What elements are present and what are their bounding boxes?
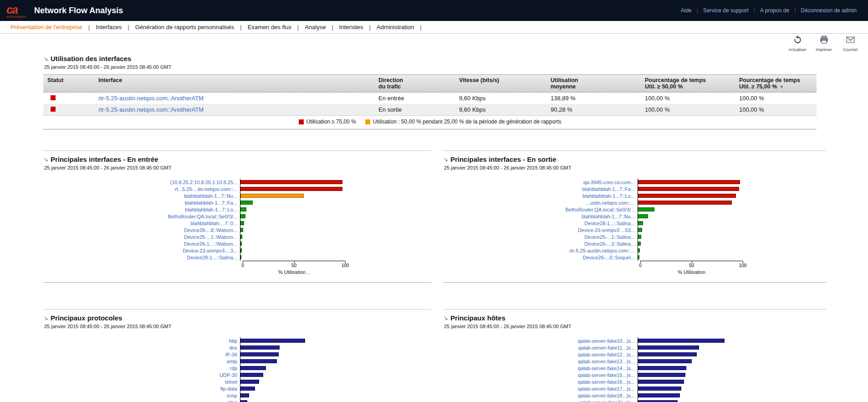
nav-item[interactable]: Présentation de l'entreprise [5, 24, 88, 31]
axis-tick-label: 0 [639, 263, 642, 268]
header-link[interactable]: Aide [676, 7, 697, 14]
chart-bar-label[interactable]: qalab-server-fake14...)s... [526, 366, 638, 371]
chart-bar-label[interactable]: icmp [128, 393, 240, 398]
chart-bar-label[interactable]: Device28-...8::Watson... [128, 227, 240, 233]
chart-bar-row: Device26-...3::Salina... [526, 240, 744, 247]
column-header[interactable]: Interface [94, 75, 374, 93]
chart-bar [240, 380, 259, 384]
header-link[interactable]: A propos de [755, 7, 794, 14]
print-button[interactable]: Imprimer [812, 36, 835, 52]
chart-bar [240, 194, 304, 198]
chart-bar-label[interactable]: ldap [128, 400, 240, 402]
chart-bar-row: rt...5.25-...tin.netqos.com::... [128, 186, 346, 192]
interface-link[interactable]: rtr-5.25-austin.netqos.com::AnotherATM [98, 106, 204, 113]
nav-item[interactable]: Analyse [299, 24, 332, 31]
report-toolbar: Actualiser Imprimer Courriel [786, 36, 862, 52]
chart-bar-label[interactable]: ftp-data [128, 386, 240, 392]
chart-bar-row: Device28-1...::Salina... [128, 254, 346, 261]
chart-bar-label[interactable]: qalab-server-fake12...)s... [526, 352, 638, 357]
chart-bar-label[interactable]: qalab-server-fake11...)s... [526, 345, 638, 350]
email-button[interactable]: Courriel [839, 36, 862, 52]
chart-bar-label[interactable]: qalab-server-fake15...)s... [526, 372, 638, 378]
chart-bar-label[interactable]: blahblahblah-1...7::Lo... [128, 207, 240, 212]
column-header[interactable]: Pourcentage de temps Util. ≥ 50,00 % [641, 75, 735, 93]
chart-bar-row: BethsRouter.QA.local::Se0/3/... [526, 206, 744, 213]
chart-bar-track [240, 385, 342, 392]
chart-bar-label[interactable]: dns [128, 345, 240, 350]
chart-bar-label[interactable]: telnet [128, 379, 240, 385]
chart-bar-label[interactable]: Device-23-snmpv3 ...53... [526, 227, 638, 233]
chart-bar-label[interactable]: Device-23-snmpv3-...3... [128, 248, 240, 253]
chart-bar-label[interactable]: qalab-server-fake16...)s... [526, 379, 638, 385]
legend-label: Utilisation : 50,00 % pendant 25,00 % de… [373, 119, 562, 125]
chart-bar-label[interactable]: (10.8.25.2:10.8.25.1:10.8.25... [128, 180, 240, 185]
chart-bar-label[interactable]: ...ustin.netqos.com::... [526, 200, 638, 206]
nav-item[interactable]: Examen des flux [242, 24, 297, 31]
chart-bar-label[interactable]: qalab-server-fake10...)s... [526, 338, 638, 344]
chart-bar-label[interactable]: qalab-server-fake17...)s... [526, 386, 638, 392]
table-cell: 100,00 % [735, 104, 817, 115]
header-link[interactable]: Déconnexion de admin [796, 7, 862, 14]
chart-bar-label[interactable]: Device26-...3::Salina... [526, 241, 638, 247]
status-icon [51, 95, 56, 100]
refresh-button[interactable]: Actualiser [786, 36, 809, 52]
chart-bar-label[interactable]: IP-36 [128, 352, 240, 357]
chart-bar-label[interactable]: Device28-1...::Salina... [526, 221, 638, 226]
chart-bar-row: IP-36 [128, 351, 346, 358]
ca-logo-text: ca [6, 4, 26, 15]
column-header[interactable]: Utilisation moyenne [546, 75, 641, 93]
nav-item[interactable]: Administration [371, 24, 420, 31]
chart-bar [240, 187, 342, 191]
column-header[interactable]: Pourcentage de temps Util. ≥ 75,00 %▼ [735, 75, 817, 93]
chart-bar-label[interactable]: qalab-server-fake13...)s... [526, 359, 638, 364]
chart-bar-label[interactable]: rdp [128, 366, 240, 371]
interface-link[interactable]: rtr-5.25-austin.netqos.com::AnotherATM [98, 95, 204, 102]
chart-bar [638, 235, 641, 239]
report-content: ↘ Utilisation des interfaces 25 janvier … [0, 55, 868, 402]
chart-bar-label[interactable]: smtp [128, 359, 240, 364]
chart-bar-track [240, 399, 342, 402]
chart-bar-label[interactable]: Device26-1...::Watson... [128, 241, 240, 247]
app-header: ca technologies Network Flow Analysis Ai… [0, 0, 868, 21]
nav-item[interactable]: Intersites [333, 24, 369, 31]
chart-bar-track [240, 365, 342, 371]
chart-bar-label[interactable]: rt...5.25-...tin.netqos.com::... [128, 186, 240, 192]
chart-bar-label[interactable]: blahblahblah-1...7::Nu... [128, 193, 240, 199]
chart-bar [240, 359, 277, 363]
chart-bar-label[interactable]: qalab-server-fake18...)s... [526, 393, 638, 398]
chart-bar-label[interactable]: blahblahblah-1...7::Nu... [526, 214, 638, 219]
chart-bar-track [638, 227, 740, 233]
chart-bar-label[interactable]: Device26-...0::Soquel... [526, 255, 638, 260]
chart-bar [638, 359, 692, 363]
chart-bar-label[interactable]: qalab-server-fake1(...)s... [526, 400, 638, 402]
chart-bar-label[interactable]: Device25-...1::Salina... [526, 234, 638, 240]
chart-bar-label[interactable]: http [128, 338, 240, 344]
chart-bar-row: qa-3945-core.ca.com... [526, 179, 744, 186]
column-header[interactable]: Statut [43, 75, 94, 93]
chart-bar-row: ldap [128, 399, 346, 402]
chart-bar-label[interactable]: Device25-...1::Watson... [128, 234, 240, 240]
chart-bar-label[interactable]: blahblahblah-1...7::Fa... [128, 200, 240, 206]
chart-bar-row: Device25-...1::Watson... [128, 233, 346, 240]
chart-bar-label[interactable]: blahblahblah-...7::0... [128, 221, 240, 226]
chart-bar-label[interactable]: UDP-30 [128, 372, 240, 378]
nav-item[interactable]: Génération de rapports personnalisés [129, 24, 240, 31]
chart-bar-track [638, 233, 740, 240]
section-title: Utilisation des interfaces [51, 55, 132, 62]
utilization-body: rtr-5.25-austin.netqos.com::AnotherATMEn… [43, 93, 817, 116]
chart-bar-label[interactable]: rtr-5.25-austin.netqos.com::... [526, 248, 638, 253]
chart-bar-label[interactable]: Device28-1...::Salina... [128, 255, 240, 260]
header-link[interactable]: Service de support [698, 7, 754, 14]
chart-bar-label[interactable]: blahblahblah-1...7::Fa... [526, 186, 638, 192]
main-nav: Présentation de l'entreprise|Interfaces|… [0, 21, 868, 34]
chart-bar-label[interactable]: blahblahblah-1...7::Lo... [526, 193, 638, 199]
column-header[interactable]: Vitesse (bits/s) [455, 75, 546, 93]
nav-item[interactable]: Interfaces [90, 24, 128, 31]
chart-bar-label[interactable]: qa-3945-core.ca.com... [526, 180, 638, 185]
chart-x-label: % Utilisation [640, 269, 743, 275]
chart-bar-label[interactable]: BethsRouter.QA.local::Se0/3/... [128, 214, 240, 219]
column-header[interactable]: Direction du trafic [374, 75, 455, 93]
chart-bar-label[interactable]: BethsRouter.QA.local::Se0/3/... [526, 207, 638, 212]
chart-bar-track [638, 378, 740, 385]
chart-bar-row: ftp-data [128, 385, 346, 392]
